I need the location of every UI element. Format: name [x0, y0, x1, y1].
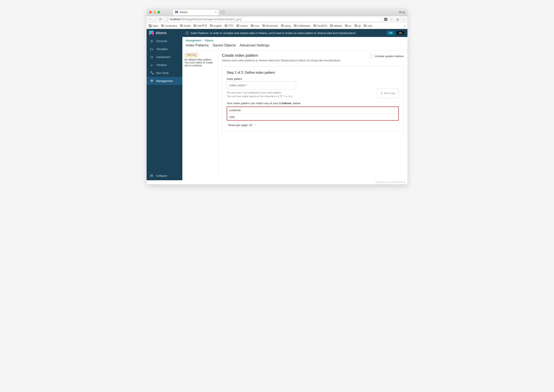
bookmark-folder[interactable]: mac — [251, 24, 259, 27]
folder-icon — [194, 25, 196, 27]
sidebar-item-timelion[interactable]: ☺Timelion — [147, 61, 182, 69]
hint-wildcard: You can use a * as a wildcard in your in… — [227, 91, 377, 98]
bookmark-folder[interactable]: vultr — [364, 24, 372, 27]
warning-badge: Warning — [184, 53, 198, 57]
bookmark-folder[interactable]: 宇石 — [225, 24, 233, 28]
folder-icon — [262, 25, 265, 27]
bookmark-folder[interactable]: git — [354, 24, 361, 27]
mac-titlebar: Kibana × dong — [147, 8, 407, 16]
folder-icon — [354, 25, 357, 27]
management-tabs: Index Patterns Saved Objects Advanced Se… — [186, 43, 404, 48]
chevron-down-icon: ﹀ — [254, 124, 256, 127]
brand[interactable]: kibana — [147, 29, 182, 37]
maximize-window-icon[interactable] — [158, 11, 160, 14]
info-banner: i Index Patterns: In order to visualize … — [182, 29, 407, 37]
field-label: Index pattern — [227, 77, 399, 80]
bookmark-folder[interactable]: vocabulary — [161, 24, 177, 27]
folder-icon — [251, 25, 254, 27]
chrome-profile[interactable]: dong — [399, 11, 405, 14]
bookmark-folder[interactable]: english — [210, 24, 222, 27]
sidebar-item-discover[interactable]: ◎Discover — [147, 37, 182, 45]
index-row[interactable]: customer — [227, 107, 398, 114]
folder-icon — [330, 25, 333, 27]
tab-close-icon[interactable]: × — [215, 11, 217, 14]
main-column: Create index pattern Kibana uses index p… — [218, 50, 407, 180]
indices-list: customer user — [227, 106, 399, 121]
sidebar-item-devtools[interactable]: 🔧Dev Tools — [147, 69, 182, 77]
menu-icon[interactable]: ⋮ — [402, 17, 405, 21]
include-system-indices-toggle[interactable]: Include system indices — [370, 54, 404, 58]
bookmark-folder[interactable]: es — [345, 24, 352, 27]
folder-icon — [236, 25, 239, 27]
crumb-management[interactable]: Management — [186, 39, 201, 42]
brand-text: kibana — [156, 31, 166, 35]
bookmark-folder[interactable]: FastDFS — [313, 24, 327, 27]
folder-icon — [294, 25, 297, 27]
match-message: Your index pattern can match any of your… — [227, 102, 399, 105]
bookmark-folder[interactable]: maven — [236, 24, 248, 27]
warning-pane: Warning No default index pattern. You mu… — [182, 50, 218, 180]
bookmark-folder[interactable]: mac环境 — [194, 24, 207, 28]
sidebar-item-visualize[interactable]: ⫿⫾Visualize — [147, 45, 182, 53]
crumb-separator: / — [202, 39, 203, 42]
gear-icon: ⚙ — [150, 79, 153, 83]
new-tab-button[interactable] — [220, 10, 225, 14]
info-icon: i — [186, 32, 189, 35]
reload-icon[interactable]: ⟳ — [159, 17, 162, 21]
bookmark-folder[interactable]: middleware — [294, 24, 310, 27]
bookmark-star-icon[interactable]: ☆ — [390, 17, 394, 21]
sidebar-item-dashboard[interactable]: ◷Dashboard — [147, 53, 182, 61]
folder-icon — [364, 25, 367, 27]
index-pattern-input[interactable] — [227, 81, 296, 89]
compass-icon: ◎ — [150, 39, 153, 43]
apps-shortcut[interactable]: Apps — [149, 24, 158, 27]
tab-index-patterns[interactable]: Index Patterns — [186, 43, 209, 48]
browser-toolbar: ← → ⟳ i localhost:5601/app/kibana#/manag… — [147, 16, 407, 23]
checkbox-icon[interactable] — [370, 54, 373, 58]
bookmarks-overflow-icon[interactable]: » — [404, 24, 405, 27]
rows-per-page[interactable]: Rows per page: 10 ﹀ — [227, 124, 399, 127]
apps-label: Apps — [152, 24, 158, 27]
folder-icon — [345, 25, 348, 27]
kibana-app: kibana ◎Discover ⫿⫾Visualize ◷Dashboard … — [147, 29, 407, 180]
next-step-button[interactable]: ❯ Next step — [377, 88, 399, 98]
tab-advanced-settings[interactable]: Advanced Settings — [240, 43, 269, 48]
wrench-icon: 🔧 — [150, 71, 153, 75]
url-path: :5601/app/kibana#/management/kibana/inde… — [180, 18, 241, 21]
bar-chart-icon: ⫿⫾ — [150, 47, 153, 51]
minimize-window-icon[interactable] — [153, 11, 156, 14]
bookmark-folder[interactable]: blockchain — [262, 24, 278, 27]
banner-ok-button[interactable]: OK — [387, 31, 395, 35]
page-title: Create index pattern — [222, 53, 366, 58]
folder-icon — [210, 25, 213, 27]
window-controls — [149, 11, 160, 14]
content-area: i Index Patterns: In order to visualize … — [182, 29, 407, 180]
address-bar[interactable]: i localhost:5601/app/kibana#/management/… — [164, 17, 382, 22]
back-icon[interactable]: ← — [149, 17, 152, 21]
breadcrumb: Management / Kibana — [186, 39, 404, 42]
kibana-favicon-icon — [175, 11, 178, 14]
gauge-icon: ◷ — [150, 55, 153, 59]
browser-tab[interactable]: Kibana × — [173, 9, 219, 15]
crumb-kibana[interactable]: Kibana — [205, 39, 213, 42]
sidebar-item-management[interactable]: ⚙Management — [147, 77, 182, 85]
collapse-sidebar-button[interactable]: ◀ Collapse — [147, 171, 182, 180]
page-subtitle: Kibana uses index patterns to retrieve d… — [222, 59, 366, 63]
sidebar: kibana ◎Discover ⫿⫾Visualize ◷Dashboard … — [147, 29, 182, 180]
bookmark-folder[interactable]: alibaba — [330, 24, 342, 27]
site-info-icon[interactable]: i — [166, 18, 169, 21]
close-window-icon[interactable] — [149, 11, 152, 14]
folder-icon — [180, 25, 183, 27]
translate-icon[interactable]: 🅰 — [384, 17, 388, 21]
banner-timer-badge: 12s — [397, 31, 404, 35]
folder-icon — [225, 25, 228, 27]
extension-icon[interactable]: ▦ — [396, 17, 399, 21]
folder-icon — [281, 25, 284, 27]
tab-saved-objects[interactable]: Saved Objects — [213, 43, 236, 48]
bookmark-folder[interactable]: sping — [281, 24, 291, 27]
index-row[interactable]: user — [227, 114, 398, 120]
main-two-column: Warning No default index pattern. You mu… — [182, 50, 407, 180]
bookmark-folder[interactable]: kindle — [180, 24, 190, 27]
folder-icon — [313, 25, 316, 27]
warning-text: No default index pattern. You must selec… — [184, 58, 216, 67]
